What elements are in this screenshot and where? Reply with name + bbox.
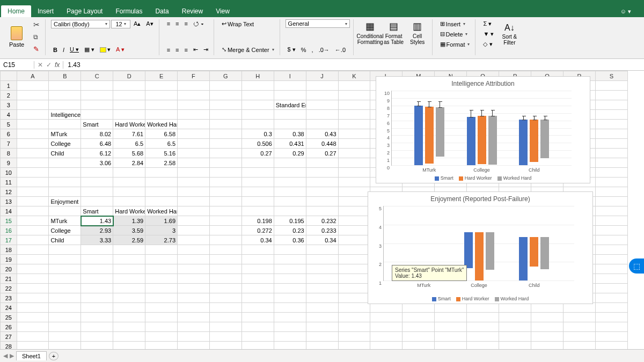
cell-J28[interactable]: [306, 342, 338, 350]
cell-E19[interactable]: [145, 255, 178, 264]
cell-G5[interactable]: [209, 120, 241, 129]
cell-S18[interactable]: [595, 245, 627, 255]
cell-I5[interactable]: [274, 120, 306, 129]
cell-J21[interactable]: [306, 274, 338, 284]
cell-C4[interactable]: [81, 110, 113, 120]
cell-H23[interactable]: [241, 293, 274, 303]
cell-D16[interactable]: 3.59: [113, 226, 145, 235]
cell-I4[interactable]: [274, 110, 306, 120]
currency-button[interactable]: $ ▾: [286, 45, 298, 54]
cell-F12[interactable]: [178, 187, 210, 197]
cell-J23[interactable]: [306, 293, 338, 303]
underline-button[interactable]: U ▾: [68, 45, 81, 54]
cell-E18[interactable]: [145, 245, 178, 255]
cell-E8[interactable]: 5.16: [145, 149, 178, 158]
conditional-formatting-button[interactable]: ▦Conditional Formatting: [359, 19, 382, 46]
cell-S15[interactable]: [595, 216, 627, 226]
cell-K8[interactable]: [338, 149, 370, 158]
cell-C13[interactable]: [81, 197, 113, 206]
cell-J8[interactable]: 0.27: [306, 149, 338, 158]
cell-A13[interactable]: [17, 197, 49, 206]
cell-K15[interactable]: [338, 216, 370, 226]
cell-B15[interactable]: MTurk: [49, 216, 81, 226]
cell-F24[interactable]: [178, 303, 210, 313]
cell-F15[interactable]: [178, 216, 210, 226]
cell-S20[interactable]: [595, 264, 627, 274]
align-center-button[interactable]: ≡: [173, 46, 181, 54]
cell-H9[interactable]: [241, 158, 274, 168]
decrease-indent-button[interactable]: ⇤: [191, 45, 200, 54]
cell-B23[interactable]: [49, 293, 81, 303]
col-header[interactable]: D: [113, 71, 145, 81]
cell-J11[interactable]: [306, 178, 338, 187]
row-header[interactable]: 12: [1, 187, 17, 197]
cell-R27[interactable]: [563, 332, 595, 342]
cell-F4[interactable]: [178, 110, 210, 120]
cell-B18[interactable]: [49, 245, 81, 255]
cell-R25[interactable]: [563, 313, 595, 322]
cell-I23[interactable]: [274, 293, 306, 303]
row-header[interactable]: 18: [1, 245, 17, 255]
cell-A3[interactable]: [17, 100, 49, 110]
cell-E1[interactable]: [145, 81, 178, 91]
cell-F17[interactable]: [178, 235, 210, 245]
cell-P24[interactable]: [499, 303, 531, 313]
row-header[interactable]: 2: [1, 91, 17, 100]
cell-E3[interactable]: [145, 100, 178, 110]
chart-intelligence-attribution[interactable]: Intelligence Attribution 012345678910MTu…: [376, 76, 590, 183]
cell-H14[interactable]: [241, 206, 274, 216]
cell-H28[interactable]: [241, 342, 274, 350]
cell-S1[interactable]: [595, 81, 627, 91]
cell-C3[interactable]: [81, 100, 113, 110]
cell-M24[interactable]: [402, 303, 435, 313]
cell-G15[interactable]: [209, 216, 241, 226]
cell-J24[interactable]: [306, 303, 338, 313]
cell-S14[interactable]: [595, 206, 627, 216]
cell-D28[interactable]: [113, 342, 145, 350]
cell-E21[interactable]: [145, 274, 178, 284]
cell-B1[interactable]: [49, 81, 81, 91]
cell-D23[interactable]: [113, 293, 145, 303]
row-header[interactable]: 20: [1, 264, 17, 274]
cell-G10[interactable]: [209, 168, 241, 178]
cell-C8[interactable]: 6.12: [81, 149, 113, 158]
increase-indent-button[interactable]: ⇥: [201, 45, 210, 54]
cell-K3[interactable]: [338, 100, 370, 110]
cell-K21[interactable]: [338, 274, 370, 284]
cell-E13[interactable]: [145, 197, 178, 206]
cell-I14[interactable]: [274, 206, 306, 216]
cell-S26[interactable]: [595, 322, 627, 332]
cell-C6[interactable]: 8.02: [81, 129, 113, 139]
cell-H20[interactable]: [241, 264, 274, 274]
cell-K19[interactable]: [338, 255, 370, 264]
cell-G27[interactable]: [209, 332, 241, 342]
cell-B14[interactable]: [49, 206, 81, 216]
format-cells-button[interactable]: ▦ Format: [438, 40, 472, 49]
cell-A8[interactable]: [17, 149, 49, 158]
cell-D15[interactable]: 1.39: [113, 216, 145, 226]
autosum-button[interactable]: Σ ▾: [481, 19, 496, 28]
cell-E26[interactable]: [145, 322, 178, 332]
cell-F3[interactable]: [178, 100, 210, 110]
row-header[interactable]: 28: [1, 342, 17, 350]
cell-I2[interactable]: [274, 91, 306, 100]
cell-R26[interactable]: [563, 322, 595, 332]
cell-L25[interactable]: [370, 313, 402, 322]
cell-A2[interactable]: [17, 91, 49, 100]
cell-H25[interactable]: [241, 313, 274, 322]
cell-F21[interactable]: [178, 274, 210, 284]
cell-G24[interactable]: [209, 303, 241, 313]
col-header[interactable]: E: [145, 71, 178, 81]
col-header[interactable]: [1, 71, 17, 81]
cell-F9[interactable]: [178, 158, 210, 168]
cell-D19[interactable]: [113, 255, 145, 264]
cell-I16[interactable]: 0.23: [274, 226, 306, 235]
cell-E11[interactable]: [145, 178, 178, 187]
cell-H13[interactable]: [241, 197, 274, 206]
cell-K7[interactable]: [338, 139, 370, 149]
paste-button[interactable]: Paste: [5, 25, 28, 49]
cell-A27[interactable]: [17, 332, 49, 342]
cell-D5[interactable]: Hard Worker: [113, 120, 145, 129]
cell-K6[interactable]: [338, 129, 370, 139]
cell-S12[interactable]: [595, 187, 627, 197]
